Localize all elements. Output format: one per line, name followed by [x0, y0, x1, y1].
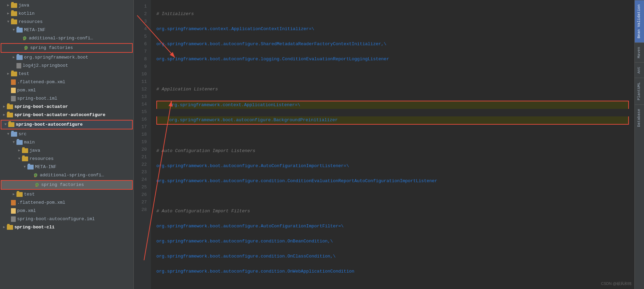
tree-item-pom-xml2[interactable]: pom.xml — [0, 207, 133, 215]
tree-item-spring-factories-top[interactable]: spring factories — [1, 43, 133, 53]
tree-arrow — [16, 155, 22, 162]
file-icon — [11, 88, 16, 93]
tree-arrow — [1, 112, 7, 118]
code-line-5 — [156, 71, 629, 78]
item-label: src — [19, 131, 26, 138]
tab-ant[interactable]: Ant — [635, 62, 644, 78]
item-label: kotlin — [19, 10, 35, 17]
code-line-15: org.springframework.boot.autoconfigure.A… — [156, 223, 629, 230]
item-label: java — [29, 147, 40, 154]
tree-arrow — [5, 2, 11, 9]
folder-icon — [11, 11, 17, 16]
tree-arrow — [16, 147, 22, 154]
tree-arrow — [1, 224, 7, 231]
folder-icon — [16, 55, 23, 60]
folder-icon — [7, 225, 13, 230]
item-label: spring-boot-autoconfigure.iml — [17, 216, 95, 223]
code-line-8: org.springframework.boot.autoconfigure.B… — [156, 116, 629, 125]
tree-arrow — [5, 131, 11, 138]
item-label: spring factories — [41, 181, 84, 188]
item-label: spring-boot-actuator-autoconfigure — [14, 112, 105, 118]
folder-icon — [11, 3, 17, 8]
tree-arrow — [5, 71, 11, 77]
tree-item-test[interactable]: test — [0, 70, 133, 78]
tree-item-java[interactable]: java — [0, 1, 133, 10]
tab-plantuml[interactable]: PlantUML — [635, 78, 644, 104]
tab-label: Ant — [637, 67, 641, 74]
tree-arrow — [3, 121, 8, 128]
tree-item-spring-boot-cli[interactable]: spring-boot-cli — [0, 223, 133, 231]
code-line-11: org.springframework.boot.autoconfigure.A… — [156, 162, 629, 170]
file-icon — [11, 208, 16, 214]
item-label: pom.xml — [17, 208, 36, 214]
code-line-12: org.springframework.boot.autoconfigure.c… — [156, 177, 629, 185]
svg-point-2 — [34, 176, 35, 177]
tree-item-log4j2[interactable]: log4j2.springboot — [0, 62, 133, 70]
item-label: spring-boot-autoconfigure — [16, 121, 83, 128]
tree-item-pom-xml[interactable]: pom.xml — [0, 86, 133, 95]
tree-item-kotlin[interactable]: kotlin — [0, 10, 133, 18]
tree-item-flattened-pom2[interactable]: .flattened-pom.xml — [0, 199, 133, 207]
spring-icon — [33, 173, 38, 178]
item-label: test — [24, 191, 35, 198]
tree-item-flattened-pom[interactable]: .flattened-pom.xml — [0, 78, 133, 86]
item-label: spring-boot.iml — [17, 95, 57, 102]
tree-item-additional-spring2[interactable]: additional-spring-confi… — [0, 171, 133, 179]
tree-item-meta-inf[interactable]: META-INF — [0, 26, 133, 34]
item-label: additional-spring-confi… — [29, 35, 93, 42]
svg-point-1 — [25, 49, 26, 50]
tree-item-meta-inf2[interactable]: META-INF — [0, 163, 133, 171]
tree-item-additional-spring[interactable]: additional-spring-confi… — [0, 34, 133, 42]
code-line-10: # Auto Configuration Import Listeners — [156, 147, 629, 155]
tree-arrow — [11, 139, 16, 146]
tab-bean-validation[interactable]: Bean Validation — [635, 0, 644, 42]
code-line-7: org.springframework.context.ApplicationL… — [156, 101, 629, 109]
code-line-14: # Auto Configuration Import Filters — [156, 208, 629, 215]
tree-item-resources[interactable]: resources — [0, 18, 133, 26]
file-tree[interactable]: java kotlin resources META-INF additiona… — [0, 0, 134, 289]
tree-item-spring-factories-bottom[interactable]: spring factories — [1, 181, 132, 189]
tree-arrow — [11, 191, 16, 198]
folder-icon — [27, 165, 34, 169]
file-icon — [11, 216, 16, 222]
code-line-19 — [156, 283, 629, 289]
folder-icon — [16, 28, 23, 33]
line-numbers: 1 2 3 4 5 6 7 8 9 10 11 12 13 14 15 16 1… — [134, 0, 151, 289]
tree-item-test2[interactable]: test — [0, 190, 133, 199]
svg-point-3 — [36, 186, 37, 187]
tree-arrow — [11, 54, 16, 61]
tree-item-spring-boot-iml[interactable]: spring-boot.iml — [0, 95, 133, 103]
tree-item-spring-boot-actuator-auto[interactable]: spring-boot-actuator-autoconfigure — [0, 111, 133, 119]
tree-item-org-springframework[interactable]: org.springframework.boot — [0, 53, 133, 62]
folder-icon — [16, 140, 23, 145]
item-label: log4j2.springboot — [23, 62, 68, 69]
file-icon — [11, 200, 16, 205]
tree-item-src[interactable]: src — [0, 130, 133, 138]
item-label: resources — [29, 155, 53, 162]
tree-item-spring-boot-autoconfigure-iml[interactable]: spring-boot-autoconfigure.iml — [0, 215, 133, 223]
folder-icon — [11, 72, 17, 76]
folder-icon — [16, 192, 23, 197]
tree-arrow — [11, 27, 16, 34]
tab-database[interactable]: Database — [635, 104, 644, 131]
item-label: main — [24, 139, 35, 146]
tree-item-java2[interactable]: java — [0, 147, 133, 155]
tab-maven[interactable]: Maven — [635, 42, 644, 62]
item-label: spring factories — [30, 45, 73, 51]
spring-icon — [22, 36, 27, 41]
tree-item-main[interactable]: main — [0, 138, 133, 147]
folder-icon — [8, 122, 14, 127]
code-line-3: org.springframework.boot.autoconfigure.S… — [156, 40, 629, 48]
tree-item-spring-boot-actuator[interactable]: spring-boot-actuator — [0, 103, 133, 111]
tree-arrow — [22, 164, 27, 171]
folder-icon — [22, 148, 28, 153]
tab-label: PlantUML — [637, 82, 641, 100]
tree-arrow — [5, 10, 11, 17]
tree-item-resources2[interactable]: resources — [0, 155, 133, 163]
item-label: pom.xml — [17, 87, 36, 94]
code-line-9 — [156, 132, 629, 140]
code-line-13 — [156, 192, 629, 200]
tab-label: Bean Validation — [637, 4, 641, 38]
tree-item-spring-boot-autoconfigure[interactable]: spring-boot-autoconfigure — [1, 121, 132, 129]
code-line-2: org.springframework.context.ApplicationC… — [156, 25, 629, 33]
